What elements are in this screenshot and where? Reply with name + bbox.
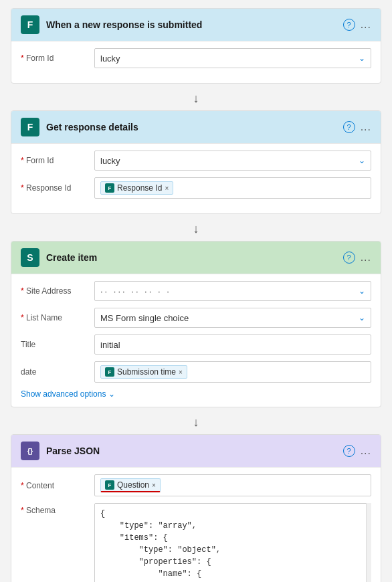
- get-response-formid-dropdown-arrow: ⌄: [359, 156, 365, 165]
- response-id-tag-close[interactable]: ×: [165, 185, 169, 192]
- get-response-body: * Form Id lucky ⌄ * Response Id F Respon…: [11, 143, 381, 213]
- create-item-siteaddress-row: * Site Address ·· ··· ·· ·· · · ⌄: [21, 281, 371, 301]
- create-item-listname-label: * List Name: [21, 313, 94, 322]
- show-advanced-options[interactable]: Show advanced options ⌄: [21, 389, 371, 399]
- response-id-tag-icon: F: [105, 183, 114, 193]
- create-item-siteaddress-input[interactable]: ·· ··· ·· ·· · · ⌄: [94, 281, 371, 301]
- create-item-title-input[interactable]: initial: [94, 334, 371, 355]
- get-response-card: F Get response details ? ... * Form Id l…: [11, 110, 381, 214]
- create-item-header: S Create item ? ...: [11, 241, 381, 274]
- connector-2: ↓: [11, 217, 381, 241]
- parse-json-more-icon[interactable]: ...: [361, 445, 371, 457]
- submission-time-tag-close[interactable]: ×: [179, 369, 183, 376]
- get-response-responseid-row: * Response Id F Response Id ×: [21, 177, 371, 199]
- trigger-help-icon[interactable]: ?: [343, 19, 355, 31]
- get-response-formid-label: * Form Id: [21, 156, 94, 165]
- create-item-title-row: Title initial: [21, 334, 371, 355]
- parse-json-content-input[interactable]: F Question ×: [94, 474, 371, 496]
- question-tag-icon: F: [105, 480, 114, 490]
- connector-3: ↓: [11, 410, 381, 434]
- create-item-actions: ? ...: [343, 252, 371, 264]
- parse-json-title: Parse JSON: [46, 446, 343, 456]
- create-item-help-icon[interactable]: ?: [343, 252, 355, 264]
- trigger-formid-input[interactable]: lucky ⌄: [94, 48, 371, 68]
- get-response-forms-icon: F: [21, 118, 39, 136]
- create-item-siteaddress-dropdown-arrow: ⌄: [359, 286, 365, 296]
- show-advanced-chevron-icon: ⌄: [108, 389, 115, 399]
- trigger-formid-dropdown-arrow: ⌄: [359, 54, 365, 63]
- get-response-responseid-input[interactable]: F Response Id ×: [94, 177, 371, 199]
- parse-json-actions: ? ...: [343, 445, 371, 457]
- create-item-siteaddress-label: * Site Address: [21, 286, 94, 296]
- trigger-actions: ? ...: [343, 19, 371, 31]
- trigger-more-icon[interactable]: ...: [361, 19, 371, 31]
- get-response-formid-input[interactable]: lucky ⌄: [94, 151, 371, 171]
- get-response-header: F Get response details ? ...: [11, 111, 381, 143]
- create-item-card: S Create item ? ... * Site Address ·· ··…: [11, 241, 381, 407]
- question-tag-close[interactable]: ×: [152, 482, 156, 489]
- parse-json-schema-textarea[interactable]: { "type": "array", "items": { "type": "o…: [94, 503, 371, 582]
- create-item-listname-dropdown-arrow: ⌄: [359, 313, 365, 322]
- get-response-formid-row: * Form Id lucky ⌄: [21, 151, 371, 171]
- parse-json-schema-row: * Schema { "type": "array", "items": { "…: [21, 503, 371, 582]
- create-item-more-icon[interactable]: ...: [361, 252, 371, 264]
- forms-icon: F: [21, 15, 39, 34]
- create-item-date-label: date: [21, 367, 94, 377]
- create-item-date-input[interactable]: F Submission time ×: [94, 361, 371, 383]
- create-item-title: Create item: [46, 252, 343, 263]
- create-item-body: * Site Address ·· ··· ·· ·· · · ⌄ * List…: [11, 274, 381, 407]
- get-response-more-icon[interactable]: ...: [361, 121, 371, 133]
- parse-json-content-label: * Content: [21, 481, 94, 490]
- get-response-actions: ? ...: [343, 121, 371, 133]
- create-item-date-row: date F Submission time ×: [21, 361, 371, 383]
- get-response-help-icon[interactable]: ?: [343, 121, 355, 133]
- trigger-title: When a new response is submitted: [46, 19, 343, 30]
- get-response-responseid-label: * Response Id: [21, 183, 94, 193]
- parse-json-content-row: * Content F Question ×: [21, 474, 371, 496]
- create-item-listname-input[interactable]: MS Form single choice ⌄: [94, 308, 371, 328]
- site-address-value: ·· ··· ·· ·· · ·: [100, 286, 171, 296]
- create-item-title-label: Title: [21, 340, 94, 349]
- get-response-title: Get response details: [46, 122, 343, 132]
- parse-json-help-icon[interactable]: ?: [343, 445, 355, 457]
- trigger-body: * Form Id lucky ⌄: [11, 41, 381, 83]
- trigger-card: F When a new response is submitted ? ...…: [11, 8, 381, 84]
- create-item-sharepoint-icon: S: [21, 248, 39, 267]
- trigger-formid-row: * Form Id lucky ⌄: [21, 48, 371, 68]
- submission-time-tag: F Submission time ×: [100, 365, 187, 379]
- trigger-header: F When a new response is submitted ? ...: [11, 9, 381, 41]
- question-tag: F Question ×: [100, 478, 161, 492]
- parse-json-card: {} Parse JSON ? ... * Content F Question…: [11, 434, 381, 582]
- parse-json-header: {} Parse JSON ? ...: [11, 435, 381, 467]
- parse-json-icon: {}: [21, 442, 39, 460]
- trigger-formid-label: * Form Id: [21, 54, 94, 63]
- submission-time-tag-icon: F: [105, 367, 114, 377]
- create-item-listname-row: * List Name MS Form single choice ⌄: [21, 308, 371, 328]
- response-id-tag: F Response Id ×: [100, 181, 173, 195]
- parse-json-body: * Content F Question × * Schema { "type"…: [11, 467, 381, 582]
- parse-json-schema-label: * Schema: [21, 503, 94, 515]
- schema-scrollbar[interactable]: [366, 503, 371, 582]
- connector-1: ↓: [11, 86, 381, 110]
